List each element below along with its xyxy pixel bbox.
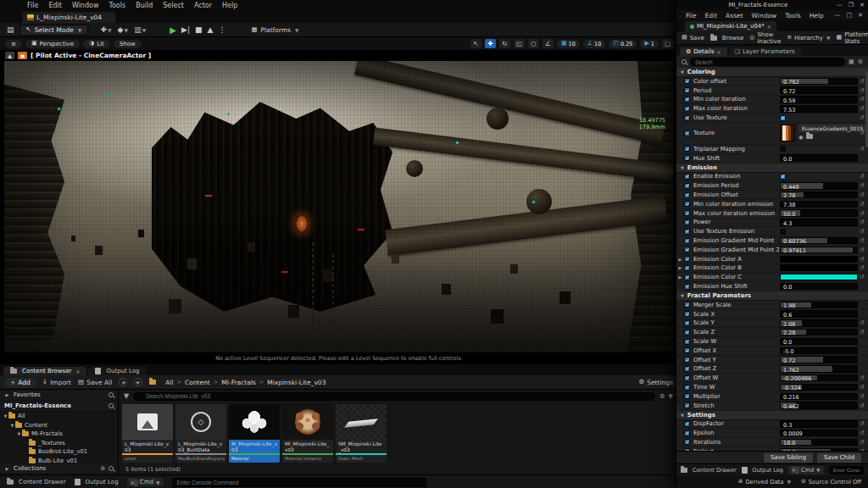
override-checkbox[interactable] [684,393,690,399]
override-checkbox[interactable] [684,339,690,345]
output-log-button[interactable]: Output Log [75,479,119,485]
reset-to-default-icon[interactable] [858,430,866,436]
menu-asset[interactable]: Asset [721,12,748,19]
breadcrumb-item-mixpinski-lite-v03[interactable]: Mixpinski-Lite_v03 [267,379,326,386]
show-dropdown[interactable]: Show [114,40,142,48]
override-checkbox[interactable] [684,87,690,93]
tab-details[interactable]: ⚙Details✕ [680,47,727,56]
maximize-viewport-button[interactable]: ▢ [662,39,673,48]
world-local-toggle[interactable]: ○ [528,39,539,48]
section-header-fractal-parameters[interactable]: ▼Fractal Parameters [676,291,868,301]
display-options-icon[interactable]: ▦ [849,58,854,65]
slider-field[interactable]: 2.78 [780,191,858,199]
tree-item-bulb-lite-v01[interactable]: Bulb-Lite_v01 [0,457,118,464]
tree-item-all[interactable]: ▼All [0,412,118,421]
tab-layer-parameters[interactable]: ❏Layer Parameters [729,47,801,56]
search-icon[interactable] [108,466,114,471]
stop-button[interactable]: ■ [195,25,203,34]
details-settings-icon[interactable]: ⚙ [858,58,863,65]
scale-snap-control[interactable]: ◰0.25 [609,40,637,48]
value-field[interactable]: 0.0 [780,338,858,346]
close-icon[interactable]: ✕ [75,369,80,374]
show-inactive-button[interactable]: ◎Show Inactive [749,31,781,45]
close-icon[interactable]: ✕ [717,49,721,55]
value-field[interactable]: 0.0 [780,154,858,162]
reset-to-default-icon[interactable] [858,182,866,189]
search-icon[interactable] [108,392,114,397]
reset-to-default-icon[interactable] [858,237,866,244]
slider-field[interactable]: 0.462 [780,402,858,409]
value-field[interactable]: 4.3 [780,219,858,226]
override-checkbox[interactable] [684,375,690,381]
reset-to-default-icon[interactable] [858,264,866,271]
breadcrumb-item-all[interactable]: All [165,379,173,386]
project-sources-row[interactable]: MI_Fractals-Essence [0,401,118,412]
section-header-coloring[interactable]: ▼Coloring [676,68,868,77]
play-options-icon[interactable]: ⋮ [218,25,225,34]
override-checkbox[interactable] [684,402,690,408]
reset-to-default-icon[interactable] [858,219,866,225]
save-all-button[interactable]: ▤Save All [78,379,112,386]
tree-arrow-icon[interactable]: ▼ [9,423,15,428]
tree-item--textures[interactable]: _Textures [0,439,118,448]
override-checkbox[interactable] [684,330,690,336]
menu-build[interactable]: Build [131,2,158,9]
override-checkbox[interactable] [684,357,690,363]
override-checkbox[interactable] [684,174,690,180]
color-swatch[interactable] [780,274,858,280]
menu-file[interactable]: File [22,2,43,9]
filter-icon[interactable]: ▼ [124,392,129,400]
menu-help[interactable]: Help [217,2,242,9]
content-drawer-button[interactable]: Content Drawer [681,467,737,474]
slider-field[interactable]: 2.28 [780,329,858,336]
value-field[interactable]: 0.59 [780,96,858,103]
color-swatch[interactable] [780,256,858,263]
value-field[interactable]: 0.216 [780,393,858,401]
override-checkbox[interactable] [684,366,690,372]
reset-to-default-icon[interactable] [858,319,866,326]
override-checkbox[interactable] [684,284,690,290]
color-swatch[interactable] [780,264,858,271]
breadcrumb-item-mi-fractals[interactable]: MI-Fractals [221,379,256,386]
expand-arrow-icon[interactable]: ▶ [676,265,684,270]
settings-button[interactable]: ⚙Settings [639,379,674,386]
value-field[interactable]: 7.53 [780,105,858,113]
slider-field[interactable]: 50.0 [780,209,858,217]
tab-output-log[interactable]: Output Log [88,367,146,375]
override-checkbox[interactable] [684,274,690,280]
browse-button[interactable]: Browse [710,35,744,42]
close-button[interactable]: ✕ [858,12,863,19]
expand-arrow-icon[interactable]: ▶ [676,274,684,280]
override-checkbox[interactable] [684,247,690,252]
search-icon[interactable] [108,403,114,408]
section-header-emission[interactable]: ▼Emission [676,164,868,173]
back-button[interactable]: ◀ [119,378,127,386]
reset-to-default-icon[interactable] [858,228,866,235]
texture-thumbnail[interactable] [780,125,795,141]
slider-field[interactable]: 1.98 [780,302,858,309]
slider-field[interactable]: 0.72 [780,356,858,363]
value-checkbox[interactable] [780,229,786,235]
reset-to-default-icon[interactable] [858,374,866,381]
viewport-options-menu[interactable]: ≡ [5,40,22,48]
import-button[interactable]: ⇓Import [42,379,71,386]
select-tool[interactable]: ↖ [470,39,481,48]
play-button[interactable]: ▶ [170,25,176,35]
menu-window[interactable]: Window [67,2,104,9]
override-checkbox[interactable] [684,130,690,136]
reset-to-default-icon[interactable] [858,210,866,217]
select-mode-dropdown[interactable]: ↖ Select Mode ▼ [19,25,89,36]
value-field[interactable]: -5.0 [780,347,858,355]
reset-to-default-icon[interactable] [858,256,866,263]
override-checkbox[interactable] [684,320,690,326]
tab-level[interactable]: L_Mixpinski-Lite_v04 [22,12,115,23]
asset-tile-mi-mixpinski-lite-v03[interactable]: MI_Mixpinski-Lite_v03Material Instance [282,404,333,463]
menu-help[interactable]: Help [805,12,828,19]
console-command-input[interactable] [172,478,426,487]
tab-content-browser[interactable]: Content Browser ✕ [3,367,86,375]
tree-arrow-icon[interactable]: ▼ [3,413,8,419]
reset-to-default-icon[interactable] [858,393,866,400]
eject-pilot-icon[interactable]: ▲ [5,52,14,59]
reset-to-default-icon[interactable] [858,329,866,336]
favorites-row[interactable]: ▶ Favorites [0,390,118,401]
